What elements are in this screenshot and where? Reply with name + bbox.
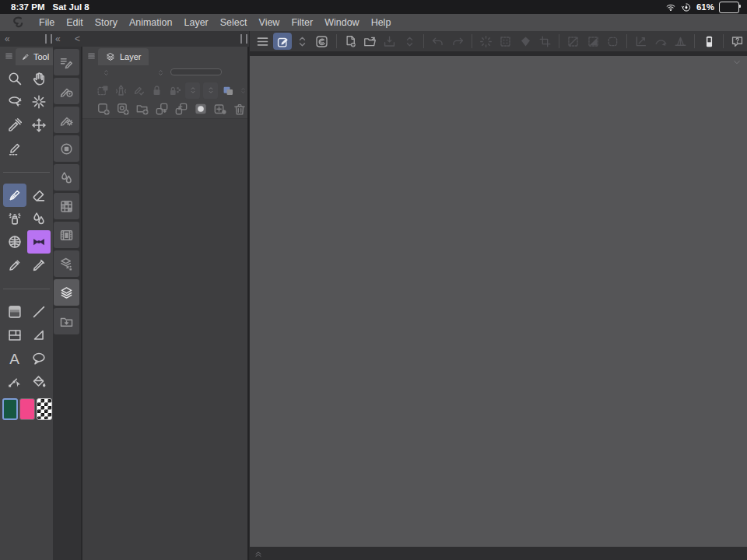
tab-layer[interactable]: Layer bbox=[98, 48, 149, 65]
tool-operation-pen[interactable] bbox=[3, 137, 26, 160]
menu-item-animation[interactable]: Animation bbox=[129, 17, 173, 28]
sub-color-swatch[interactable] bbox=[19, 398, 35, 420]
collapse-small-arrow[interactable]: < bbox=[75, 32, 80, 46]
menu-item-filter[interactable]: Filter bbox=[291, 17, 313, 28]
tool-polyline[interactable] bbox=[27, 324, 51, 347]
palette-button-layer-property[interactable] bbox=[54, 250, 79, 277]
combine-mode-chevrons[interactable] bbox=[239, 85, 247, 96]
move-icon bbox=[30, 117, 47, 134]
device-icon bbox=[702, 34, 717, 49]
menu-item-window[interactable]: Window bbox=[324, 17, 359, 28]
chevron-down-icon[interactable] bbox=[731, 57, 743, 68]
layer-palette-divider-handle[interactable] bbox=[240, 34, 247, 44]
menu-item-select[interactable]: Select bbox=[220, 17, 247, 28]
menu-item-file[interactable]: File bbox=[39, 17, 54, 28]
collapse-tool-palette-arrow[interactable]: « bbox=[5, 32, 10, 46]
tool-object[interactable] bbox=[27, 90, 51, 114]
save-button bbox=[381, 33, 398, 50]
main-color-swatch[interactable] bbox=[2, 398, 18, 420]
help-button[interactable] bbox=[728, 33, 746, 50]
dashed-slash-icon bbox=[566, 34, 580, 49]
menu-bar: FileEditStoryAnimationLayerSelectViewFil… bbox=[0, 14, 747, 31]
tool-balloon[interactable] bbox=[27, 347, 51, 370]
palette-button-layer[interactable] bbox=[54, 279, 79, 306]
transfer-to-lower-layer-button[interactable] bbox=[154, 101, 170, 117]
layer-spinner-1[interactable] bbox=[185, 82, 200, 99]
clip-studio-paint-logo[interactable] bbox=[9, 15, 28, 30]
tool-eyedropper[interactable] bbox=[3, 114, 26, 137]
new-canvas-button[interactable] bbox=[341, 33, 359, 50]
tool-correct-line[interactable] bbox=[3, 370, 26, 394]
tool-figure-line[interactable] bbox=[27, 300, 51, 324]
tool-move-layer[interactable] bbox=[27, 114, 51, 137]
layer-palette-menu-icon[interactable] bbox=[86, 51, 96, 61]
open-file-button[interactable] bbox=[361, 33, 379, 50]
palette-divider-handle[interactable] bbox=[45, 34, 52, 44]
layer-spinner-2[interactable] bbox=[203, 82, 218, 99]
tool-palette-menu-icon[interactable] bbox=[4, 51, 14, 61]
tool-gradient[interactable] bbox=[3, 300, 26, 324]
tab-tool[interactable]: Tool bbox=[16, 48, 54, 65]
opacity-dropdown-chevrons[interactable] bbox=[156, 67, 165, 79]
tool-decoration-net[interactable] bbox=[3, 230, 26, 254]
tool-text[interactable]: A bbox=[3, 347, 26, 370]
blend-mode-dropdown-chevrons[interactable] bbox=[102, 67, 110, 79]
palette-collapse-strip: « « < bbox=[0, 31, 249, 47]
new-doc-icon bbox=[343, 34, 358, 49]
burst-icon bbox=[479, 34, 493, 49]
help-icon bbox=[730, 34, 745, 49]
tool-pencil[interactable] bbox=[3, 254, 26, 277]
combine-mode-button[interactable] bbox=[221, 83, 236, 98]
tool-zoom[interactable] bbox=[3, 67, 26, 90]
new-layer-settings-button[interactable] bbox=[115, 101, 131, 117]
double-chevron-up-icon[interactable] bbox=[253, 548, 264, 558]
layer-palette: Layer bbox=[82, 47, 249, 560]
menu-item-edit[interactable]: Edit bbox=[66, 17, 83, 28]
new-raster-layer-button[interactable] bbox=[96, 101, 111, 117]
palette-button-tool-property[interactable] bbox=[54, 78, 79, 104]
palette-button-timeline[interactable] bbox=[54, 222, 79, 248]
transparent-color-swatch[interactable] bbox=[37, 398, 52, 420]
open-clip-studio-button[interactable] bbox=[313, 33, 331, 50]
palette-button-material[interactable] bbox=[54, 193, 79, 219]
edit-mode-button[interactable] bbox=[273, 33, 291, 50]
apply-mask-button[interactable] bbox=[212, 101, 228, 117]
tool-brush[interactable] bbox=[27, 254, 51, 277]
menu-item-story[interactable]: Story bbox=[95, 17, 117, 28]
anchor-pen-icon bbox=[6, 373, 23, 390]
palette-button-sub-tool[interactable] bbox=[54, 49, 79, 75]
tool-palette: Tool A bbox=[0, 47, 53, 560]
opacity-slider[interactable] bbox=[170, 68, 222, 75]
spray-icon bbox=[6, 210, 23, 227]
combine-to-lower-layer-button[interactable] bbox=[174, 101, 189, 117]
menu-item-layer[interactable]: Layer bbox=[184, 17, 208, 28]
tool-fill-bucket[interactable] bbox=[27, 370, 51, 394]
tool-pen[interactable] bbox=[3, 184, 26, 207]
chevrons-icon bbox=[295, 34, 310, 49]
palette-button-brush-settings[interactable] bbox=[54, 107, 79, 133]
tool-decoration[interactable] bbox=[27, 230, 51, 254]
tool-palette-header: Tool bbox=[0, 47, 53, 65]
palette-button-download[interactable] bbox=[54, 308, 79, 334]
delete-layer-button[interactable] bbox=[232, 101, 247, 117]
brush-icon bbox=[30, 257, 47, 274]
palette-button-color-wheel[interactable] bbox=[54, 135, 79, 162]
menu-item-view[interactable]: View bbox=[259, 17, 280, 28]
draft-layer-button bbox=[132, 83, 146, 98]
tool-airbrush[interactable] bbox=[3, 207, 26, 230]
tool-rotate-canvas[interactable] bbox=[3, 90, 26, 114]
layer-mask-button[interactable] bbox=[193, 101, 209, 117]
collapse-subtool-arrow[interactable]: « bbox=[55, 32, 61, 46]
tool-spacer bbox=[27, 137, 51, 160]
palette-button-color-mixing[interactable] bbox=[54, 164, 79, 191]
tool-frame-border[interactable] bbox=[3, 324, 26, 347]
tool-eraser[interactable] bbox=[27, 184, 51, 207]
folder-down-icon bbox=[58, 313, 75, 330]
tool-hand[interactable] bbox=[27, 67, 51, 90]
companion-mode-button[interactable] bbox=[700, 33, 717, 50]
new-layer-folder-button[interactable] bbox=[135, 101, 150, 117]
main-menu-button[interactable] bbox=[254, 33, 272, 50]
mode-switch-button[interactable] bbox=[293, 33, 311, 50]
menu-item-help[interactable]: Help bbox=[371, 17, 391, 28]
tool-blend[interactable] bbox=[27, 207, 51, 230]
